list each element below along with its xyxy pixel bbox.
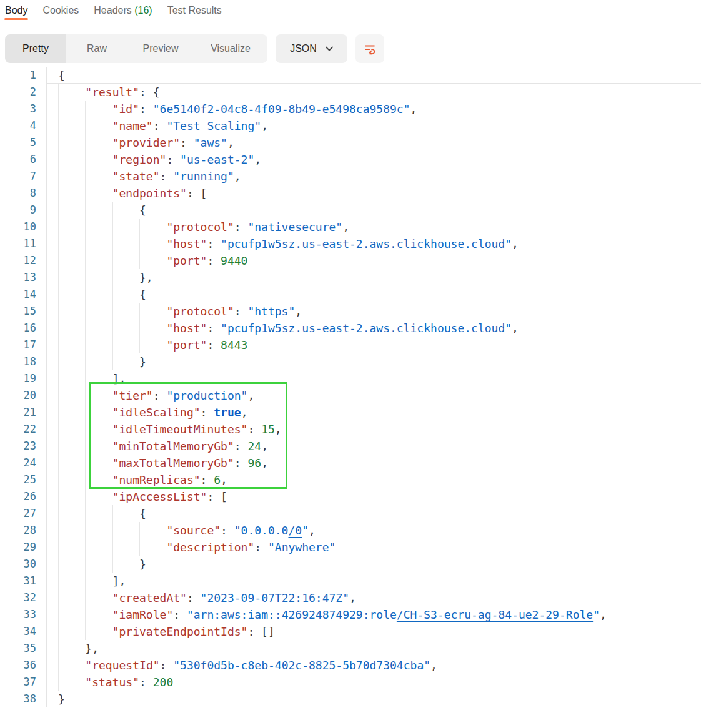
indent-guide <box>85 556 112 573</box>
indent-guide <box>85 151 112 168</box>
view-raw-button[interactable]: Raw <box>66 34 127 63</box>
code-line-content: }, <box>47 269 701 286</box>
line-number: 28 <box>0 522 47 539</box>
view-visualize-button[interactable]: Visualize <box>194 34 267 63</box>
code-line: 6"region": "us-east-2", <box>0 151 701 168</box>
indent-guide <box>139 320 166 337</box>
punctuation-token: } <box>139 558 146 571</box>
key-token: "ipAccessList" <box>112 490 207 503</box>
indent-guide <box>58 387 85 404</box>
punctuation-token: , <box>261 119 268 132</box>
punctuation-token: : <box>173 608 187 621</box>
key-token: "port" <box>166 338 207 352</box>
punctuation-token: ], <box>112 574 126 588</box>
line-number: 9 <box>0 202 47 219</box>
tab-count-badge: (16) <box>132 5 152 16</box>
indent-guide <box>112 286 139 303</box>
line-number: 36 <box>0 657 47 674</box>
indent-guide <box>58 404 85 421</box>
indent-guide <box>85 421 112 438</box>
code-line: 35}, <box>0 640 701 657</box>
code-line: 28"source": "0.0.0.0/0", <box>0 522 701 539</box>
key-token: "idleScaling" <box>112 406 201 419</box>
indent-guide <box>112 303 139 320</box>
code-line-content: "privateEndpointIds": [] <box>47 623 701 640</box>
indent-guide <box>58 320 85 337</box>
tab-cookies[interactable]: Cookies <box>42 5 79 24</box>
indent-guide <box>85 370 112 387</box>
code-line: 15"protocol": "https", <box>0 303 701 320</box>
indent-guide <box>58 657 85 674</box>
code-line-content: "protocol": "https", <box>47 303 701 320</box>
punctuation-token: : <box>207 322 221 335</box>
code-line-content: "id": "6e5140f2-04c8-4f09-8b49-e5498ca95… <box>47 101 701 117</box>
tab-label: Body <box>5 5 27 16</box>
indent-guide <box>58 101 85 117</box>
punctuation-token: { <box>139 204 146 217</box>
format-dropdown[interactable]: JSON <box>276 34 347 63</box>
key-token: "state" <box>112 170 160 183</box>
tab-test-results[interactable]: Test Results <box>167 5 222 24</box>
code-line: 1{ <box>0 67 701 84</box>
key-token: "protocol" <box>166 220 234 234</box>
line-number: 31 <box>0 573 47 589</box>
string-token: "2023-09-07T22:16:47Z" <box>201 591 349 604</box>
punctuation-token: }, <box>139 271 153 284</box>
punctuation-token: { <box>139 288 146 301</box>
punctuation-token: { <box>139 507 146 520</box>
code-line: 10"protocol": "nativesecure", <box>0 219 701 235</box>
indent-guide <box>58 623 85 640</box>
indent-guide <box>85 488 112 505</box>
number-token: 200 <box>153 676 174 689</box>
punctuation-token: , <box>349 591 356 604</box>
line-number: 8 <box>0 185 47 202</box>
punctuation-token: : <box>166 153 180 166</box>
code-line-content: "requestId": "530f0d5b-c8eb-402c-8825-5b… <box>47 657 701 674</box>
punctuation-token: }, <box>85 642 99 655</box>
view-preview-button[interactable]: Preview <box>127 34 194 63</box>
punctuation-token: : <box>201 406 214 419</box>
tab-headers[interactable]: Headers (16) <box>94 5 152 24</box>
code-line-content: "ipAccessList": [ <box>47 488 701 505</box>
punctuation-token: , <box>261 440 268 453</box>
link-token[interactable]: /0 <box>288 524 302 537</box>
code-line-content: "provider": "aws", <box>47 134 701 151</box>
code-line-content: } <box>47 556 701 573</box>
code-line-content: "host": "pcufp1w5sz.us-east-2.aws.clickh… <box>47 320 701 337</box>
key-token: "maxTotalMemoryGb" <box>112 456 234 470</box>
key-token: "port" <box>166 254 207 267</box>
indent-guide <box>58 353 85 370</box>
code-line-content: "createdAt": "2023-09-07T22:16:47Z", <box>47 589 701 606</box>
code-line-content: "source": "0.0.0.0/0", <box>47 522 701 539</box>
indent-guide <box>58 337 85 353</box>
string-token: " <box>302 524 309 537</box>
punctuation-token: : <box>234 305 248 318</box>
string-token: "Anywhere" <box>268 541 336 554</box>
tab-label: Cookies <box>42 5 79 16</box>
line-number: 14 <box>0 286 47 303</box>
punctuation-token: , <box>512 322 519 335</box>
code-line: 7"state": "running", <box>0 168 701 185</box>
response-body-editor[interactable]: 1{2"result": {3"id": "6e5140f2-04c8-4f09… <box>0 67 701 707</box>
wrap-lines-button[interactable] <box>355 34 384 63</box>
line-number: 37 <box>0 674 47 691</box>
code-line: 13}, <box>0 269 701 286</box>
code-line: 5"provider": "aws", <box>0 134 701 151</box>
string-token: "pcufp1w5sz.us-east-2.aws.clickhouse.clo… <box>221 322 512 335</box>
indent-guide <box>112 320 139 337</box>
link-token[interactable]: /CH-S3-ecru-ag-84-ue2-29-Role <box>397 608 593 621</box>
indent-guide <box>58 471 85 488</box>
number-token: 24 <box>247 440 261 453</box>
indent-guide <box>58 488 85 505</box>
line-number: 27 <box>0 505 47 522</box>
indent-guide <box>85 623 112 640</box>
string-token: "pcufp1w5sz.us-east-2.aws.clickhouse.clo… <box>221 237 512 250</box>
punctuation-token: : <box>160 659 174 672</box>
indent-guide <box>85 337 112 353</box>
tab-body[interactable]: Body <box>5 5 27 24</box>
number-token: 6 <box>214 473 221 486</box>
code-line: 4"name": "Test Scaling", <box>0 117 701 134</box>
boolean-token: true <box>214 406 241 419</box>
view-pretty-button[interactable]: Pretty <box>5 34 66 63</box>
indent-guide <box>58 252 85 269</box>
